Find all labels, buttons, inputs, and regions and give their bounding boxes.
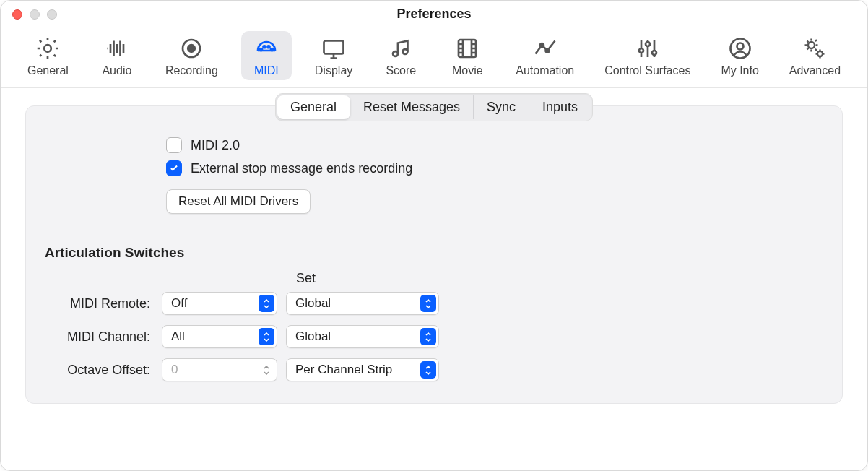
- subtab-label: Reset Messages: [363, 100, 460, 115]
- tab-score[interactable]: Score: [376, 31, 426, 80]
- reset-all-midi-drivers-button[interactable]: Reset All MIDI Drivers: [166, 189, 311, 214]
- octave-offset-set-popup[interactable]: Per Channel Strip: [286, 358, 439, 381]
- chevron-updown-icon: [420, 295, 436, 312]
- general-options: MIDI 2.0 External stop message ends reco…: [166, 137, 823, 214]
- chevron-updown-icon: [259, 328, 274, 345]
- subtab-general[interactable]: General: [277, 95, 350, 119]
- subtab-label: General: [290, 100, 337, 115]
- checkbox-row-midi2: MIDI 2.0: [166, 137, 823, 153]
- gears-icon: [802, 35, 828, 61]
- tab-midi[interactable]: MIDI: [241, 31, 292, 80]
- close-window-button[interactable]: [12, 9, 22, 20]
- checkmark-icon: [169, 163, 179, 173]
- tab-advanced[interactable]: Advanced: [782, 31, 848, 80]
- tab-label: Display: [315, 64, 352, 77]
- midi-channel-set-popup[interactable]: Global: [286, 325, 439, 348]
- external-stop-label: External stop message ends recording: [191, 161, 412, 176]
- articulation-grid: Set MIDI Remote: Off Global MIDI Channel…: [45, 271, 823, 381]
- window-title: Preferences: [396, 7, 471, 22]
- svg-point-17: [737, 43, 743, 50]
- sliders-icon: [635, 35, 661, 61]
- midi-icon: [253, 35, 279, 61]
- chevron-updown-icon: [420, 361, 436, 379]
- octave-offset-label: Octave Offset:: [45, 363, 153, 378]
- popup-value: Off: [171, 296, 187, 311]
- popup-value: Global: [295, 296, 331, 311]
- content-area: General Reset Messages Sync Inputs MIDI …: [1, 88, 867, 425]
- midi-channel-label: MIDI Channel:: [45, 329, 153, 345]
- popup-value: All: [171, 329, 185, 344]
- window-controls: [12, 9, 57, 20]
- titlebar: Preferences: [1, 1, 867, 27]
- set-column-header: Set: [286, 271, 439, 286]
- tab-audio[interactable]: Audio: [92, 31, 142, 80]
- popup-value: Per Channel Strip: [295, 363, 392, 377]
- tab-control-surfaces[interactable]: Control Surfaces: [597, 31, 698, 80]
- tab-label: Audio: [102, 64, 131, 77]
- tab-label: MIDI: [254, 64, 279, 77]
- minimize-window-button[interactable]: [30, 9, 40, 20]
- preferences-toolbar: General Audio Recording MIDI Display: [1, 27, 867, 88]
- chevron-updown-icon: [259, 295, 274, 312]
- tab-general[interactable]: General: [20, 31, 76, 80]
- tab-automation[interactable]: Automation: [508, 31, 581, 80]
- tab-label: My Info: [721, 64, 758, 77]
- chevron-updown-icon: [420, 328, 436, 345]
- svg-rect-7: [324, 41, 344, 54]
- svg-point-4: [263, 46, 265, 48]
- midi-channel-popup[interactable]: All: [162, 325, 277, 348]
- tab-label: Advanced: [789, 64, 841, 77]
- svg-point-18: [808, 42, 815, 48]
- subtab-inputs[interactable]: Inputs: [529, 95, 591, 119]
- chevron-updown-icon: [259, 361, 274, 379]
- preferences-window: Preferences General Audio Recording MI: [0, 0, 868, 471]
- tab-label: Recording: [165, 64, 218, 77]
- midi-2-label: MIDI 2.0: [191, 138, 240, 153]
- midi-panel: General Reset Messages Sync Inputs MIDI …: [25, 105, 843, 404]
- record-icon: [178, 35, 204, 61]
- segmented-control: General Reset Messages Sync Inputs: [275, 93, 593, 121]
- svg-point-19: [817, 51, 823, 56]
- subtab-sync[interactable]: Sync: [474, 95, 529, 119]
- tab-label: Automation: [516, 64, 574, 77]
- midi-2-checkbox[interactable]: [166, 137, 182, 153]
- octave-offset-popup[interactable]: 0: [162, 358, 277, 381]
- subtab-bar: General Reset Messages Sync Inputs: [45, 93, 823, 121]
- svg-point-13: [639, 48, 643, 53]
- waveform-icon: [104, 35, 130, 61]
- svg-point-12: [545, 49, 549, 53]
- articulation-switches-title: Articulation Switches: [45, 245, 823, 261]
- svg-point-2: [188, 45, 196, 52]
- person-circle-icon: [727, 35, 753, 61]
- svg-point-0: [45, 45, 52, 52]
- midi-remote-label: MIDI Remote:: [45, 296, 153, 311]
- tab-my-info[interactable]: My Info: [713, 31, 765, 80]
- zoom-window-button[interactable]: [47, 9, 57, 20]
- popup-value: Global: [295, 329, 331, 344]
- music-notes-icon: [388, 35, 414, 61]
- subtab-reset-messages[interactable]: Reset Messages: [350, 95, 474, 119]
- tab-label: Control Surfaces: [604, 64, 690, 77]
- tab-movie[interactable]: Movie: [442, 31, 492, 80]
- popup-value: 0: [171, 363, 178, 377]
- svg-point-14: [646, 42, 650, 46]
- subtab-label: Sync: [487, 100, 516, 115]
- section-divider: [26, 230, 842, 230]
- svg-point-11: [540, 43, 544, 47]
- tab-display[interactable]: Display: [308, 31, 360, 80]
- display-icon: [321, 35, 347, 61]
- midi-remote-popup[interactable]: Off: [162, 292, 277, 315]
- tab-recording[interactable]: Recording: [158, 31, 225, 80]
- subtab-label: Inputs: [542, 100, 578, 115]
- svg-point-5: [267, 46, 269, 48]
- gear-icon: [35, 35, 61, 61]
- svg-point-15: [652, 51, 656, 55]
- midi-remote-set-popup[interactable]: Global: [286, 292, 439, 315]
- tab-label: Score: [386, 64, 416, 77]
- tab-label: Movie: [452, 64, 483, 77]
- automation-icon: [532, 35, 558, 61]
- film-icon: [454, 35, 480, 61]
- checkbox-row-external-stop: External stop message ends recording: [166, 160, 823, 176]
- tab-label: General: [27, 64, 69, 77]
- external-stop-checkbox[interactable]: [166, 160, 182, 176]
